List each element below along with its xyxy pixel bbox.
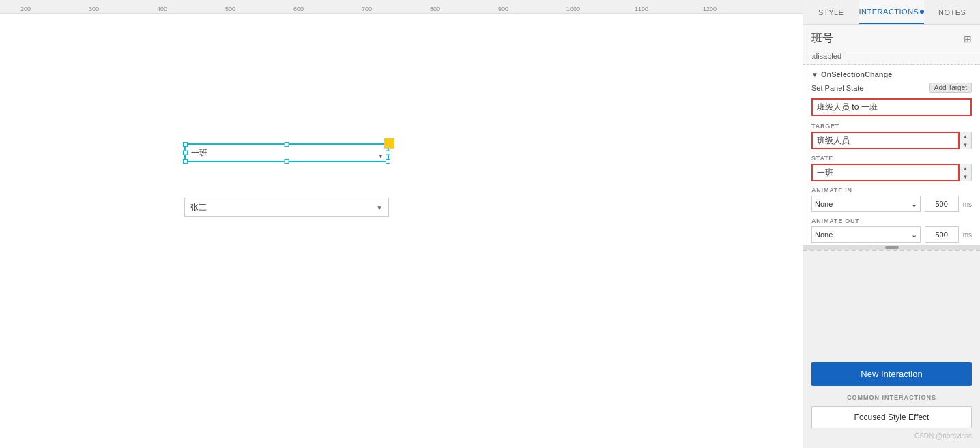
animate-in-label: ANIMATE IN: [811, 187, 972, 194]
dropdown-arrow: ▼: [378, 153, 384, 160]
target-spinner-up[interactable]: ▲: [960, 132, 971, 140]
ruler-mark-1200: 1200: [703, 5, 717, 12]
ruler-mark-1100: 1100: [635, 5, 648, 12]
target-spinner-down[interactable]: ▼: [960, 140, 971, 149]
panel-header: 班号 ⊞: [803, 25, 980, 50]
animate-out-number[interactable]: 500: [925, 226, 959, 243]
target-input-row: ▲ ▼: [811, 132, 972, 149]
handle-bottom-right[interactable]: [386, 159, 390, 164]
csdn-watermark: CSDN @noravinsc: [811, 428, 972, 440]
horizontal-ruler: 200 300 400 500 600 700 800 900 1000 110…: [0, 0, 803, 14]
canvas-content: ⚡ 一班 ▼ 张三 ▼: [0, 14, 803, 448]
trigger-label[interactable]: ▼ OnSelectionChange: [811, 70, 972, 78]
ruler-mark-800: 800: [430, 5, 440, 12]
dropdown-value-text: 一班: [191, 147, 207, 159]
handle-bottom-left[interactable]: [183, 159, 188, 164]
animate-in-arrow: ⌄: [911, 200, 917, 209]
new-interaction-button[interactable]: New Interaction: [811, 362, 972, 386]
animate-in-number[interactable]: 500: [925, 196, 959, 212]
animate-out-arrow: ⌄: [911, 230, 917, 239]
handle-mid-left[interactable]: [183, 151, 188, 155]
target-field-label: TARGET: [811, 123, 972, 130]
ruler-mark-700: 700: [362, 5, 372, 12]
state-input[interactable]: [811, 164, 960, 181]
ruler-mark-300: 300: [89, 5, 99, 12]
right-panel: STYLE INTERACTIONS NOTES 班号 ⊞ :disabled …: [803, 0, 980, 448]
ruler-numbers: 200 300 400 500 600 700 800 900 1000 110…: [0, 0, 803, 14]
dropdown-widget-2[interactable]: 张三 ▼: [184, 198, 389, 217]
state-field-label: STATE: [811, 155, 972, 162]
animate-in-select[interactable]: None ⌄: [811, 196, 921, 212]
disabled-tag: :disabled: [803, 50, 980, 64]
animate-in-row: None ⌄ 500 ms: [811, 196, 972, 212]
panel-title: 班号: [811, 31, 833, 46]
ruler-mark-900: 900: [498, 5, 508, 12]
state-spinner: ▲ ▼: [960, 164, 972, 181]
trigger-arrow-icon: ▼: [811, 71, 818, 78]
target-field-group: TARGET ▲ ▼: [811, 123, 972, 149]
interaction-name-input[interactable]: [811, 98, 972, 116]
action-label: Set Panel State: [811, 84, 863, 92]
state-spinner-up[interactable]: ▲: [960, 164, 971, 173]
selected-widget[interactable]: ⚡ 一班 ▼: [184, 143, 389, 162]
handle-mid-right[interactable]: [386, 151, 390, 155]
interaction-section: ▼ OnSelectionChange Set Panel State Add …: [803, 65, 980, 245]
add-target-button[interactable]: Add Target: [929, 83, 972, 93]
animate-out-label: ANIMATE OUT: [811, 218, 972, 224]
target-input[interactable]: [811, 132, 960, 149]
ruler-mark-1000: 1000: [566, 5, 580, 12]
state-spinner-down[interactable]: ▼: [960, 173, 971, 181]
canvas-area: 200 300 400 500 600 700 800 900 1000 110…: [0, 0, 803, 448]
dropdown2-value: 张三: [190, 202, 207, 213]
handle-top-mid[interactable]: [285, 142, 289, 147]
panel-bottom: New Interaction COMMON INTERACTIONS Focu…: [803, 250, 980, 448]
lightning-icon: ⚡: [384, 138, 394, 149]
tab-style[interactable]: STYLE: [803, 0, 859, 24]
panel-tabs: STYLE INTERACTIONS NOTES: [803, 0, 980, 25]
dropdown2-arrow-icon: ▼: [376, 204, 383, 211]
state-field-group: STATE ▲ ▼: [811, 155, 972, 181]
ruler-mark-400: 400: [157, 5, 167, 12]
ruler-top: 200 300 400 500 600 700 800 900 1000 110…: [0, 0, 803, 14]
panel-scroll-area[interactable]: ▼ OnSelectionChange Set Panel State Add …: [803, 65, 980, 245]
animate-out-group: ANIMATE OUT None ⌄ 500 ms: [811, 218, 972, 243]
action-row: Set Panel State Add Target: [811, 83, 972, 93]
dropdown-widget-selected[interactable]: ⚡ 一班 ▼: [184, 143, 389, 162]
ruler-mark-500: 500: [225, 5, 235, 12]
target-spinner: ▲ ▼: [960, 132, 972, 149]
trigger-name: OnSelectionChange: [821, 70, 893, 78]
ruler-mark-600: 600: [293, 5, 304, 12]
scroll-dot: [885, 246, 899, 249]
ruler-mark-200: 200: [20, 5, 31, 12]
animate-out-select[interactable]: None ⌄: [811, 226, 921, 243]
handle-bottom-mid[interactable]: [285, 159, 289, 164]
animate-out-unit: ms: [963, 231, 972, 239]
state-input-row: ▲ ▼: [811, 164, 972, 181]
animate-out-row: None ⌄ 500 ms: [811, 226, 972, 243]
common-interactions-label: COMMON INTERACTIONS: [811, 394, 972, 401]
panel-settings-icon[interactable]: ⊞: [964, 33, 972, 44]
tab-notes[interactable]: NOTES: [924, 0, 980, 24]
animate-in-unit: ms: [963, 200, 972, 208]
handle-top-left[interactable]: [183, 142, 188, 147]
animate-in-group: ANIMATE IN None ⌄ 500 ms: [811, 187, 972, 212]
tab-interactions[interactable]: INTERACTIONS: [859, 0, 925, 24]
focused-style-button[interactable]: Focused Style Effect: [811, 406, 972, 428]
